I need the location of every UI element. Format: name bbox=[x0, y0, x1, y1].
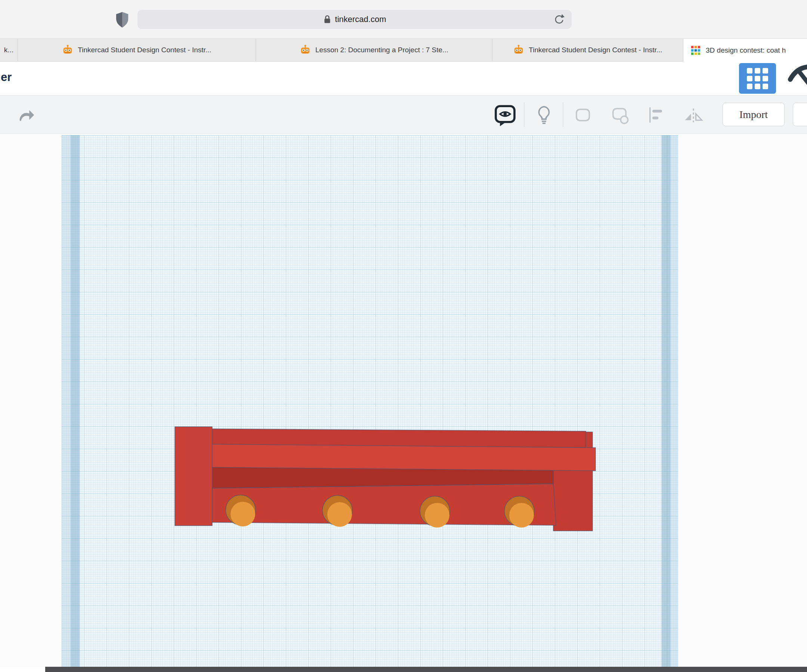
reload-icon[interactable] bbox=[553, 13, 565, 25]
tab-instructables-contest-2[interactable]: Tinkercad Student Design Contest - Instr… bbox=[492, 39, 683, 61]
app-header: er bbox=[0, 61, 807, 95]
notes-visibility-icon[interactable] bbox=[494, 104, 516, 126]
tab-partial-left[interactable]: k... bbox=[0, 39, 18, 61]
tab-instructables-lesson2[interactable]: Lesson 2: Documenting a Project : 7 Ste.… bbox=[256, 39, 492, 61]
model-front-rail[interactable] bbox=[177, 444, 596, 471]
design-toolbar: Import bbox=[0, 95, 807, 134]
lock-icon bbox=[323, 15, 331, 24]
instructables-robot-icon bbox=[513, 45, 524, 56]
instructables-robot-icon bbox=[300, 45, 311, 56]
privacy-shield-icon[interactable] bbox=[115, 11, 130, 28]
lightbulb-icon[interactable] bbox=[533, 104, 555, 126]
tab-label: 3D design contest: coat h bbox=[706, 46, 786, 55]
tab-label: Lesson 2: Documenting a Project : 7 Ste.… bbox=[315, 46, 448, 54]
model-left-post[interactable] bbox=[175, 427, 212, 526]
export-button-partial[interactable] bbox=[793, 103, 807, 126]
coat-rack-model[interactable] bbox=[0, 134, 807, 667]
tab-tinkercad-active[interactable]: 3D design contest: coat h bbox=[683, 39, 807, 61]
apps-grid-button[interactable] bbox=[739, 63, 776, 94]
tab-label: k... bbox=[4, 46, 13, 54]
grid-3x3-icon bbox=[747, 68, 768, 89]
url-text: tinkercad.com bbox=[335, 15, 386, 24]
tab-label: Tinkercad Student Design Contest - Instr… bbox=[529, 46, 662, 54]
redo-icon[interactable] bbox=[17, 106, 36, 124]
page-title-partial: er bbox=[1, 71, 12, 84]
window-bottom-edge bbox=[0, 667, 807, 672]
align-icon[interactable] bbox=[646, 105, 667, 125]
tinker-pickaxe-icon[interactable] bbox=[782, 61, 807, 95]
toolbar-divider bbox=[524, 102, 525, 127]
mirror-icon[interactable] bbox=[683, 105, 704, 125]
browser-chrome: tinkercad.com bbox=[0, 0, 807, 39]
toolbar-divider bbox=[563, 102, 563, 127]
instructables-robot-icon bbox=[62, 45, 73, 56]
tinkercad-logo-icon bbox=[690, 45, 701, 56]
address-bar[interactable]: tinkercad.com bbox=[138, 10, 572, 29]
tab-label: Tinkercad Student Design Contest - Instr… bbox=[78, 46, 211, 54]
viewport-3d[interactable] bbox=[0, 134, 807, 667]
group-icon[interactable] bbox=[572, 105, 593, 125]
tab-instructables-contest-1[interactable]: Tinkercad Student Design Contest - Instr… bbox=[18, 39, 256, 61]
import-button[interactable]: Import bbox=[722, 103, 785, 126]
browser-window: tinkercad.com k... Tinkercad Student Des… bbox=[0, 0, 807, 672]
ungroup-icon[interactable] bbox=[609, 105, 630, 125]
tab-bar: k... Tinkercad Student Design Contest - … bbox=[0, 39, 807, 61]
model-lower-board[interactable] bbox=[206, 484, 556, 525]
window-bottom-dark-bar bbox=[45, 667, 807, 672]
